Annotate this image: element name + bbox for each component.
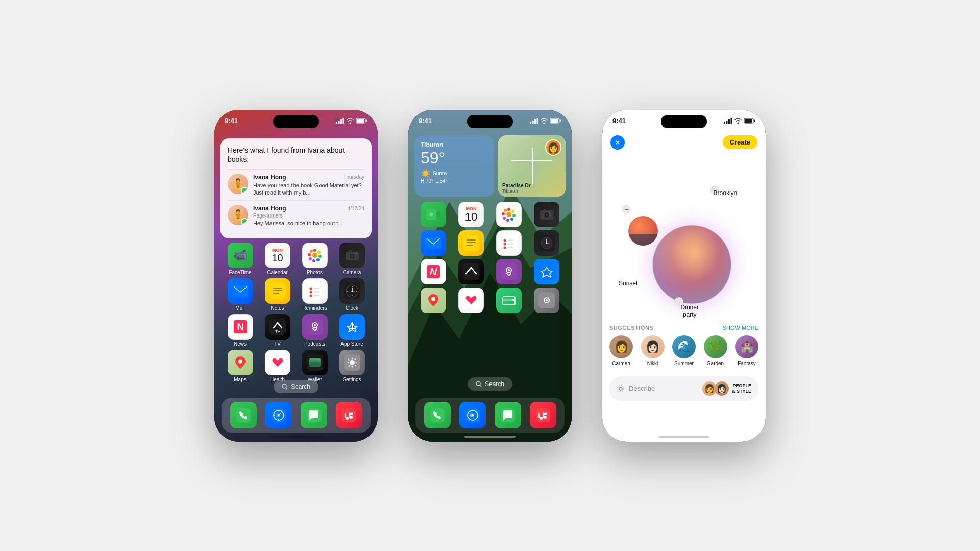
p2-facetime[interactable] xyxy=(418,202,449,227)
reminders-icon xyxy=(302,278,328,304)
p2-calendar[interactable]: MON 10 xyxy=(456,202,486,227)
maps-label: Maps xyxy=(234,377,246,382)
suggestion-garden[interactable]: 🌿 Garden xyxy=(704,335,727,366)
app-reminders[interactable]: Reminders xyxy=(300,278,330,311)
svg-rect-102 xyxy=(544,209,546,211)
suggestions-section: SUGGESTIONS SHOW MORE 👩 Carmen 👩🏻 Nikki xyxy=(602,325,766,366)
phone-1-screen: 9:41 xyxy=(214,110,378,442)
weather-widget[interactable]: Tiburon 59° ☀️ Sunny H:70° L:54° xyxy=(414,135,494,197)
home-indicator-1 xyxy=(271,436,322,438)
facetime-label: FaceTime xyxy=(229,270,251,275)
p2-notes[interactable] xyxy=(456,230,486,256)
dock-safari[interactable] xyxy=(265,402,292,428)
search-text-1: Search xyxy=(291,383,310,390)
p2-health[interactable] xyxy=(456,288,486,313)
avatar-2: 🧘 xyxy=(228,205,248,225)
p2-maps[interactable] xyxy=(418,288,449,313)
calendar-icon: MON 10 xyxy=(265,243,290,268)
app-health[interactable]: Health xyxy=(262,350,293,382)
svg-point-13 xyxy=(309,257,312,260)
close-button[interactable]: × xyxy=(610,135,625,150)
svg-point-89 xyxy=(506,212,511,217)
app-podcasts[interactable]: Podcasts xyxy=(300,314,330,347)
app-appstore[interactable]: App Store xyxy=(337,314,368,347)
suggestion-nikki[interactable]: 👩🏻 Nikki xyxy=(641,335,665,366)
garden-avatar: 🌿 xyxy=(704,335,727,358)
dynamic-island-1 xyxy=(273,115,319,128)
p2-settings[interactable] xyxy=(531,288,562,313)
camera-icon xyxy=(339,243,365,268)
p2-dock-messages[interactable] xyxy=(495,402,521,428)
app-clock[interactable]: Clock xyxy=(337,278,368,311)
dock-messages[interactable] xyxy=(301,402,327,428)
wifi-icon-3 xyxy=(734,118,742,124)
suggestion-summer[interactable]: 🌊 Summer xyxy=(672,335,696,366)
p2-reminders[interactable] xyxy=(494,230,524,256)
minus-btn-sunset[interactable]: − xyxy=(622,205,631,214)
weather-condition: Sunny xyxy=(433,171,447,176)
message-item-1[interactable]: 🧘 Ivana Hong Thursday Have you read the … xyxy=(228,169,364,201)
dock-music[interactable] xyxy=(336,402,362,428)
p2-mail[interactable] xyxy=(418,230,449,256)
wallet-icon xyxy=(302,350,328,375)
p2-appletv[interactable] xyxy=(456,259,486,284)
svg-point-8 xyxy=(313,249,316,252)
people-style-text: PEOPLE & STYLE xyxy=(732,383,751,394)
app-camera[interactable]: Camera xyxy=(337,243,368,275)
dynamic-island-3 xyxy=(661,115,707,128)
camera-label: Camera xyxy=(343,270,361,275)
app-mail[interactable]: Mail xyxy=(225,278,256,311)
show-more-btn[interactable]: SHOW MORE xyxy=(723,325,758,331)
sunset-label: Sunset xyxy=(619,280,638,287)
clock-label: Clock xyxy=(346,305,358,311)
svg-rect-105 xyxy=(467,239,476,241)
create-button[interactable]: Create xyxy=(723,135,757,149)
describe-bar[interactable]: Describe 👩 👩🏻 PEOPLE & STYLE xyxy=(609,376,758,401)
svg-point-113 xyxy=(504,246,506,249)
p2-podcasts-icon xyxy=(496,259,522,284)
search-icon-1 xyxy=(282,384,288,390)
svg-rect-33 xyxy=(313,295,320,296)
p2-dock-music[interactable] xyxy=(530,402,556,428)
p2-app-row-4 xyxy=(414,288,566,313)
app-tv[interactable]: TV TV xyxy=(262,314,293,347)
search-bar-1[interactable]: Search xyxy=(274,380,318,393)
maps-widget[interactable]: 👩 Paradise Dr Tiburon xyxy=(498,135,566,197)
suggestion-fantasy[interactable]: 🏰 Fantasy xyxy=(735,335,758,366)
p2-wallet-icon xyxy=(496,288,522,313)
app-maps[interactable]: Maps xyxy=(225,350,256,382)
suggestions-row: 👩 Carmen 👩🏻 Nikki 🌊 Summer xyxy=(609,335,758,366)
svg-point-32 xyxy=(309,294,312,297)
svg-point-155 xyxy=(619,387,622,390)
brooklyn-label: Brooklyn xyxy=(714,189,738,197)
app-settings[interactable]: Settings xyxy=(337,350,368,382)
p2-appstore[interactable] xyxy=(531,259,562,284)
p2-wallet[interactable] xyxy=(494,288,524,313)
summer-label: Summer xyxy=(674,361,694,366)
svg-rect-107 xyxy=(467,245,473,246)
app-news[interactable]: N News xyxy=(225,314,256,347)
svg-point-15 xyxy=(310,250,313,253)
mail-icon xyxy=(228,278,253,304)
dock-phone[interactable] xyxy=(230,402,257,428)
p2-news[interactable]: N xyxy=(418,259,449,284)
p2-maps-icon xyxy=(421,288,446,313)
p2-podcasts[interactable] xyxy=(494,259,524,284)
svg-rect-86 xyxy=(560,120,561,122)
app-wallet[interactable]: Wallet xyxy=(300,350,330,382)
message-item-2[interactable]: 🧘 Ivana Hong 4/12/24 Page-turners Hey Ma… xyxy=(228,200,364,231)
p2-dock-safari[interactable] xyxy=(459,402,486,428)
app-notes[interactable]: Notes xyxy=(262,278,293,311)
search-bar-2[interactable]: Search xyxy=(468,377,512,391)
app-facetime[interactable]: 📹 FaceTime xyxy=(225,243,256,275)
app-calendar[interactable]: MON 10 Calendar xyxy=(262,243,293,275)
home-indicator-2 xyxy=(464,436,516,438)
suggestion-carmen[interactable]: 👩 Carmen xyxy=(609,335,633,366)
svg-text:TV: TV xyxy=(275,329,280,334)
p2-clock[interactable] xyxy=(531,230,562,256)
svg-point-119 xyxy=(546,242,548,244)
p2-dock-phone[interactable] xyxy=(424,402,451,428)
p2-camera[interactable] xyxy=(531,202,562,227)
p2-photos[interactable] xyxy=(494,202,524,227)
app-photos[interactable]: Photos xyxy=(300,243,330,275)
